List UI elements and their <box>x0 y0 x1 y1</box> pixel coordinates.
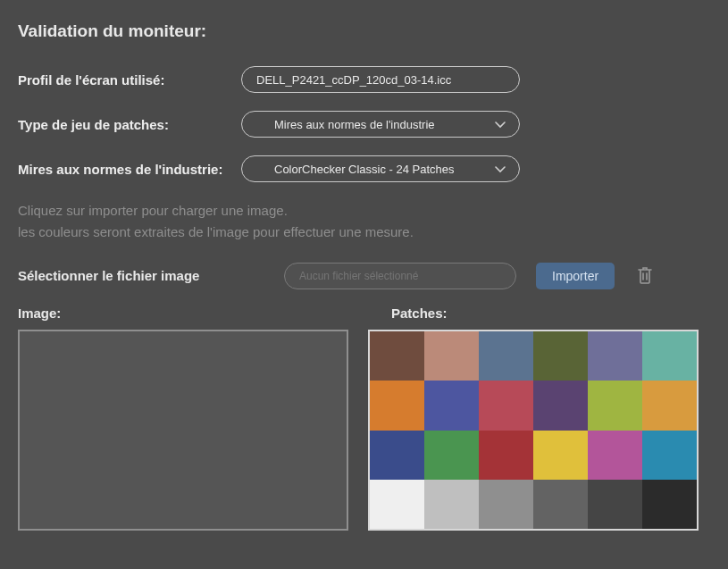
label-patchset-type: Type de jeu de patches: <box>18 111 241 136</box>
industry-targets-select[interactable]: ColorChecker Classic - 24 Patches <box>241 155 520 182</box>
patch-swatch <box>588 431 642 480</box>
patch-swatch <box>479 431 533 480</box>
profile-input[interactable] <box>241 66 520 93</box>
label-select-file: Sélectionner le fichier image <box>18 266 284 287</box>
patch-swatch <box>370 381 424 430</box>
patch-swatch <box>479 381 533 430</box>
delete-button[interactable] <box>634 264 656 289</box>
patchset-type-select[interactable]: Mires aux normes de l'industrie <box>241 111 520 138</box>
patch-swatch <box>533 381 588 430</box>
label-profile: Profil de l'écran utilisé: <box>18 66 241 91</box>
panels-header: Image: Patches: <box>18 305 710 321</box>
patch-swatch <box>642 480 697 529</box>
patch-swatch <box>424 381 479 430</box>
image-preview-panel <box>18 330 348 531</box>
page-title: Validation du moniteur: <box>18 21 710 41</box>
patch-swatch <box>479 331 533 381</box>
patch-swatch <box>642 331 697 381</box>
patch-swatch <box>370 331 424 381</box>
patch-swatch <box>424 331 479 381</box>
helper-line-2: les couleurs seront extraites de l'image… <box>18 224 414 239</box>
helper-line-1: Cliquez sur importer pour charger une im… <box>18 203 288 218</box>
patches-grid <box>368 330 699 531</box>
row-select-file: Sélectionner le fichier image Importer <box>18 263 710 289</box>
file-input[interactable] <box>284 263 516 289</box>
patch-swatch <box>533 331 588 381</box>
patch-swatch <box>370 480 424 529</box>
patch-swatch <box>642 431 697 480</box>
row-patchset-type: Type de jeu de patches: Mires aux normes… <box>18 111 710 138</box>
patch-swatch <box>479 480 533 529</box>
label-industry-targets: Mires aux normes de l'industrie: <box>18 155 241 180</box>
patch-swatch <box>370 431 424 480</box>
label-image: Image: <box>18 305 391 321</box>
patch-swatch <box>588 480 642 529</box>
trash-icon <box>636 274 654 288</box>
import-button[interactable]: Importer <box>536 263 615 289</box>
row-industry-targets: Mires aux normes de l'industrie: ColorCh… <box>18 155 710 182</box>
patch-swatch <box>588 381 642 430</box>
patch-swatch <box>533 480 588 529</box>
helper-text: Cliquez sur importer pour charger une im… <box>18 200 710 243</box>
patch-swatch <box>424 431 479 480</box>
row-profile: Profil de l'écran utilisé: <box>18 66 710 93</box>
patch-swatch <box>533 431 588 480</box>
patch-swatch <box>588 331 642 381</box>
patch-swatch <box>424 480 479 529</box>
panels <box>18 330 710 531</box>
patch-swatch <box>642 381 697 430</box>
label-patches: Patches: <box>391 305 448 321</box>
